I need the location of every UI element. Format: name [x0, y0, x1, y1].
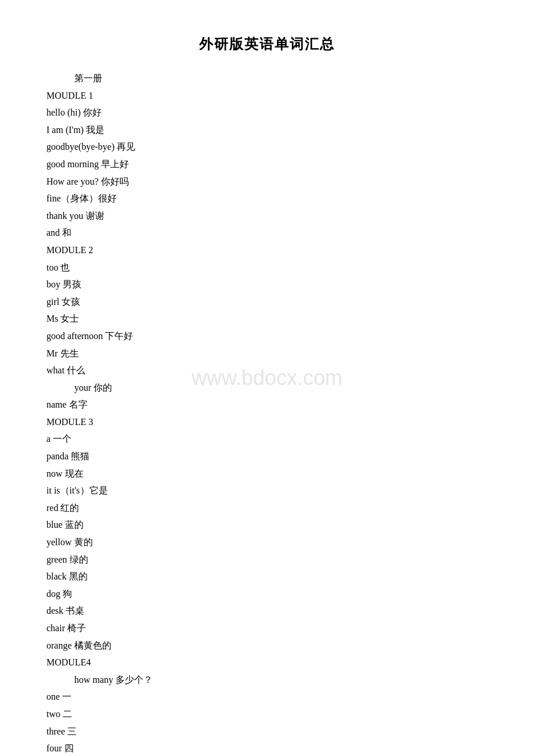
content-line: yellow 黄的	[46, 534, 488, 551]
main-content: 第一册 MOUDLE 1 hello (hi) 你好I am (I'm) 我是g…	[46, 70, 488, 756]
content-line: Ms 女士	[46, 310, 488, 327]
section-label: 第一册	[46, 70, 488, 87]
content-line: chair 椅子	[46, 620, 488, 637]
content-line: fine（身体）很好	[46, 190, 488, 207]
content-line: good afternoon 下午好	[46, 327, 488, 345]
content-line: your 你的	[46, 379, 488, 397]
content-line: what 什么	[46, 362, 488, 379]
content-line: red 红的	[46, 499, 488, 517]
content-line: hello (hi) 你好	[46, 104, 488, 121]
content-line: MODULE 3	[46, 413, 488, 431]
content-line: it is（it's）它是	[46, 482, 488, 499]
page-title: 外研版英语单词汇总	[46, 35, 488, 53]
content-line: goodbye(bye-bye) 再见	[46, 138, 488, 156]
content-line: boy 男孩	[46, 276, 488, 293]
content-line: dog 狗	[46, 585, 488, 603]
content-line: a 一个	[46, 430, 488, 448]
content-line: four 四	[46, 740, 488, 756]
content-line: panda 熊猫	[46, 448, 488, 465]
content-line: two 二	[46, 705, 488, 723]
content-line: too 也	[46, 259, 488, 276]
content-line: MODULE4	[46, 654, 488, 671]
content-line: good morning 早上好	[46, 156, 488, 173]
content-line: thank you 谢谢	[46, 207, 488, 225]
content-line: orange 橘黄色的	[46, 637, 488, 654]
content-line: green 绿的	[46, 551, 488, 568]
content-line: Mr 先生	[46, 345, 488, 362]
module1-header: MOUDLE 1	[46, 87, 488, 105]
content-line: now 现在	[46, 465, 488, 483]
content-line: blue 蓝的	[46, 516, 488, 534]
content-line: MODULE 2	[46, 242, 488, 259]
content-line: three 三	[46, 723, 488, 740]
content-line: name 名字	[46, 396, 488, 413]
content-line: how many 多少个？	[46, 671, 488, 689]
content-line: I am (I'm) 我是	[46, 121, 488, 139]
content-line: girl 女孩	[46, 293, 488, 311]
content-line: How are you? 你好吗	[46, 173, 488, 190]
content-line: black 黑的	[46, 568, 488, 585]
content-line: one 一	[46, 688, 488, 705]
content-line: and 和	[46, 224, 488, 242]
content-line: desk 书桌	[46, 602, 488, 620]
